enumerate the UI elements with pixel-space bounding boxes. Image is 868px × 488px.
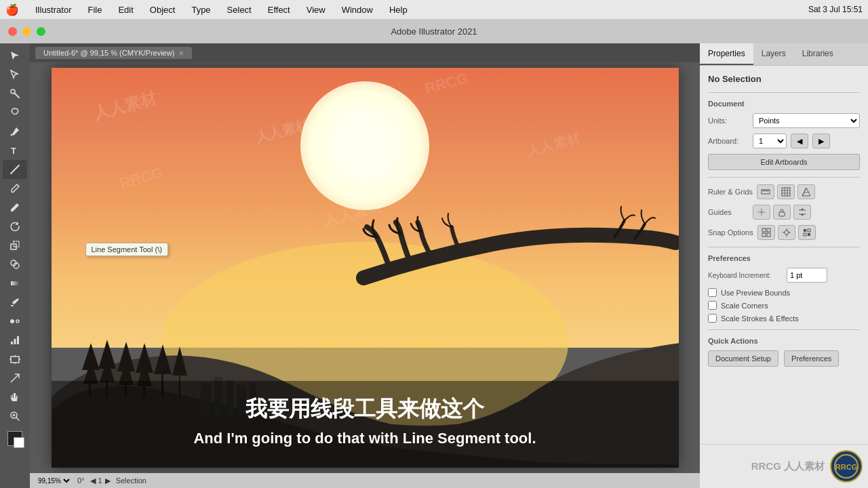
- svg-point-12: [16, 320, 19, 323]
- ruler-icon-btn[interactable]: [757, 184, 774, 199]
- lock-guides-btn[interactable]: [773, 205, 791, 220]
- gradient-tool[interactable]: [3, 274, 27, 293]
- scale-strokes-row: Scale Strokes & Effects: [708, 314, 860, 323]
- use-preview-bounds-checkbox[interactable]: [708, 288, 717, 297]
- guides-label: Guides: [708, 208, 749, 216]
- units-select[interactable]: Points Pixels Inches Millimeters: [753, 113, 860, 128]
- artboard-next-button[interactable]: ▶: [812, 134, 830, 148]
- artboard[interactable]: 人人素材 人人素材 RRCG 人人素材 RRCG 人人素材: [52, 68, 679, 468]
- keyboard-increment-label: Keyboard Increment:: [708, 272, 783, 279]
- menu-illustrator[interactable]: Illustrator: [33, 3, 74, 16]
- artboard-tool[interactable]: [3, 350, 27, 369]
- use-preview-bounds-row: Use Preview Bounds: [708, 288, 860, 297]
- scale-corners-checkbox[interactable]: [708, 301, 717, 310]
- type-tool[interactable]: T: [3, 141, 27, 160]
- close-button[interactable]: [8, 27, 17, 36]
- fill-color[interactable]: [7, 431, 22, 446]
- svg-rect-14: [14, 339, 16, 344]
- svg-rect-72: [767, 233, 770, 237]
- maximize-button[interactable]: [37, 27, 45, 36]
- panel-tabs: Properties Layers Libraries: [700, 43, 868, 66]
- guides-row: Guides: [708, 205, 860, 220]
- scale-tool[interactable]: [3, 236, 27, 255]
- menu-file[interactable]: File: [85, 3, 104, 16]
- svg-rect-54: [782, 188, 790, 196]
- document-tab[interactable]: Untitled-6* @ 99,15 % (CMYK/Preview) ✕: [35, 47, 192, 59]
- tab-layers[interactable]: Layers: [753, 43, 794, 65]
- blend-tool[interactable]: [3, 312, 27, 331]
- selection-mode: Selection: [116, 476, 146, 485]
- rotate-tool[interactable]: [3, 217, 27, 236]
- perspective-grid-btn[interactable]: [797, 184, 815, 199]
- apple-menu[interactable]: 🍎: [5, 3, 19, 16]
- magic-wand-tool[interactable]: [3, 84, 27, 103]
- svg-rect-10: [11, 305, 14, 306]
- eyedropper-tool[interactable]: [3, 293, 27, 312]
- panel-right: Properties Layers Libraries No Selection…: [700, 43, 868, 488]
- tab-properties[interactable]: Properties: [700, 43, 753, 65]
- document-setup-button[interactable]: Document Setup: [708, 350, 778, 367]
- snap-options-label: Snap Options: [708, 228, 753, 237]
- snap-pixel-btn[interactable]: [798, 225, 816, 240]
- zoom-selector[interactable]: 99,15% 100% 50%: [35, 474, 72, 487]
- rotation-value: 0°: [77, 476, 85, 485]
- tab-libraries[interactable]: Libraries: [794, 43, 842, 65]
- snap-point-btn[interactable]: [778, 225, 795, 240]
- subtitle-overlay: 我要用线段工具来做这个 And I'm going to do that wit…: [52, 381, 679, 468]
- main-layout: T: [0, 43, 868, 488]
- artboard-prev-button[interactable]: ◀: [791, 134, 808, 148]
- slice-tool[interactable]: [3, 369, 27, 388]
- menu-object[interactable]: Object: [147, 3, 178, 16]
- tab-bar: Untitled-6* @ 99,15 % (CMYK/Preview) ✕: [30, 43, 700, 62]
- no-selection-label: No Selection: [708, 74, 860, 84]
- scale-strokes-checkbox[interactable]: [708, 314, 717, 323]
- svg-point-73: [785, 230, 789, 235]
- svg-rect-64: [779, 212, 785, 216]
- zoom-tool[interactable]: [3, 407, 27, 426]
- chart-tool[interactable]: [3, 331, 27, 350]
- keyboard-increment-input[interactable]: [787, 268, 827, 283]
- svg-line-21: [11, 374, 19, 382]
- minimize-button[interactable]: [22, 27, 31, 36]
- snap-grid-btn[interactable]: [757, 225, 775, 240]
- direct-selection-tool[interactable]: [3, 65, 27, 84]
- snap-options-row: Snap Options: [708, 225, 860, 240]
- panel-logo: RRCG 人人素材 RRCG: [700, 444, 868, 488]
- grid-icon-btn[interactable]: [777, 184, 795, 199]
- svg-line-1: [15, 94, 20, 98]
- pen-tool[interactable]: [3, 122, 27, 141]
- pencil-tool[interactable]: [3, 198, 27, 217]
- use-preview-bounds-label: Use Preview Bounds: [721, 289, 790, 297]
- subtitle-chinese: 我要用线段工具来做这个: [79, 394, 652, 424]
- units-label: Units:: [708, 117, 749, 125]
- scale-corners-row: Scale Corners: [708, 301, 860, 310]
- artboard-select[interactable]: 1: [753, 134, 787, 148]
- app-title: Adobe Illustrator 2021: [391, 26, 477, 37]
- edit-artboards-button[interactable]: Edit Artboards: [708, 154, 860, 170]
- edit-artboards-row: Edit Artboards: [708, 154, 860, 170]
- svg-marker-68: [801, 214, 804, 216]
- menu-help[interactable]: Help: [387, 3, 410, 16]
- menu-edit[interactable]: Edit: [115, 3, 136, 16]
- menu-view[interactable]: View: [304, 3, 328, 16]
- menu-select[interactable]: Select: [224, 3, 254, 16]
- lasso-tool[interactable]: [3, 103, 27, 122]
- preferences-button[interactable]: Preferences: [784, 350, 839, 367]
- paintbrush-tool[interactable]: [3, 179, 27, 198]
- menu-window[interactable]: Window: [339, 3, 376, 16]
- selection-tool[interactable]: [3, 46, 27, 65]
- keyboard-increment-row: Keyboard Increment:: [708, 268, 860, 283]
- tab-label: Untitled-6* @ 99,15 % (CMYK/Preview): [43, 49, 174, 57]
- quick-actions-buttons-row: Document Setup Preferences: [708, 350, 860, 367]
- show-guides-btn[interactable]: [753, 205, 770, 220]
- menu-type[interactable]: Type: [189, 3, 213, 16]
- datetime: Sat 3 Jul 15:51: [808, 5, 863, 14]
- tab-close-button[interactable]: ✕: [178, 49, 184, 57]
- smart-guides-btn[interactable]: [793, 205, 811, 220]
- svg-rect-70: [767, 228, 770, 232]
- shape-builder-tool[interactable]: [3, 255, 27, 274]
- line-segment-tool[interactable]: [3, 160, 27, 179]
- canvas-wrapper[interactable]: 人人素材 人人素材 RRCG 人人素材 RRCG 人人素材: [30, 62, 700, 473]
- hand-tool[interactable]: [3, 388, 27, 407]
- menu-effect[interactable]: Effect: [265, 3, 293, 16]
